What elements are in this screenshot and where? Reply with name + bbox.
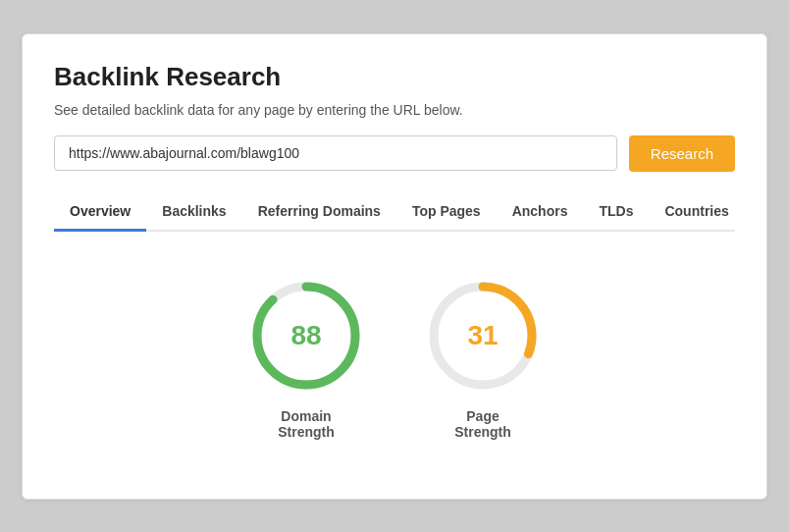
metric-page-strength: 31 PageStrength — [424, 277, 542, 440]
page-strength-value: 31 — [467, 320, 498, 351]
metrics-row: 88 DomainStrength 31 PageStrength — [54, 267, 735, 459]
main-card: Backlink Research See detailed backlink … — [22, 33, 767, 500]
domain-strength-value: 88 — [290, 320, 321, 351]
domain-strength-circle: 88 — [247, 277, 365, 395]
tab-backlinks[interactable]: Backlinks — [146, 193, 241, 232]
tab-referring-domains[interactable]: Referring Domains — [242, 193, 396, 232]
page-strength-circle: 31 — [424, 277, 542, 395]
url-input[interactable] — [54, 135, 617, 171]
tabs-nav: Overview Backlinks Referring Domains Top… — [54, 193, 735, 232]
tab-overview[interactable]: Overview — [54, 193, 146, 232]
page-strength-label: PageStrength — [454, 408, 511, 440]
search-row: Research — [54, 135, 735, 172]
tab-anchors[interactable]: Anchors — [497, 193, 584, 232]
subtitle: See detailed backlink data for any page … — [54, 102, 735, 118]
page-title: Backlink Research — [54, 62, 735, 92]
domain-strength-label: DomainStrength — [278, 408, 335, 440]
tab-tlds[interactable]: TLDs — [583, 193, 649, 232]
metric-domain-strength: 88 DomainStrength — [247, 277, 365, 440]
tab-countries[interactable]: Countries — [649, 193, 744, 232]
tab-top-pages[interactable]: Top Pages — [396, 193, 497, 232]
research-button[interactable]: Research — [629, 135, 735, 172]
